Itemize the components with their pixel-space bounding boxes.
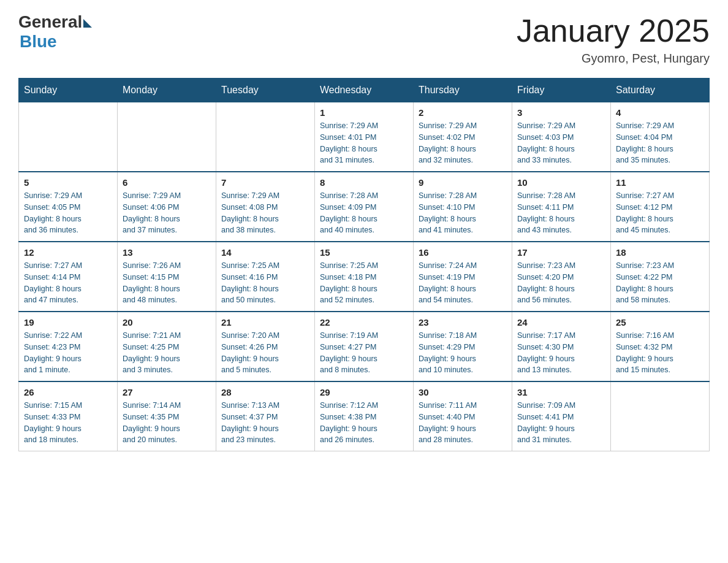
day-number: 29 bbox=[320, 387, 408, 397]
logo: General Blue bbox=[18, 12, 92, 52]
sun-info: Sunrise: 7:14 AMSunset: 4:35 PMDaylight:… bbox=[123, 400, 211, 446]
calendar-cell: 11Sunrise: 7:27 AMSunset: 4:12 PMDayligh… bbox=[611, 172, 710, 242]
day-number: 20 bbox=[123, 317, 211, 327]
day-number: 4 bbox=[616, 107, 704, 118]
sun-info: Sunrise: 7:13 AMSunset: 4:37 PMDaylight:… bbox=[221, 400, 309, 446]
calendar-cell: 1Sunrise: 7:29 AMSunset: 4:01 PMDaylight… bbox=[315, 102, 414, 172]
day-number: 2 bbox=[419, 107, 507, 118]
calendar-cell: 14Sunrise: 7:25 AMSunset: 4:16 PMDayligh… bbox=[216, 242, 315, 312]
day-number: 9 bbox=[419, 177, 507, 188]
week-row-3: 12Sunrise: 7:27 AMSunset: 4:14 PMDayligh… bbox=[19, 242, 710, 312]
calendar-cell: 4Sunrise: 7:29 AMSunset: 4:04 PMDaylight… bbox=[611, 102, 710, 172]
calendar-cell: 18Sunrise: 7:23 AMSunset: 4:22 PMDayligh… bbox=[611, 242, 710, 312]
sun-info: Sunrise: 7:24 AMSunset: 4:19 PMDaylight:… bbox=[419, 260, 507, 306]
day-number: 13 bbox=[123, 247, 211, 258]
logo-arrow-icon bbox=[83, 19, 92, 28]
calendar-cell: 23Sunrise: 7:18 AMSunset: 4:29 PMDayligh… bbox=[414, 312, 512, 381]
calendar-cell: 3Sunrise: 7:29 AMSunset: 4:03 PMDaylight… bbox=[512, 102, 611, 172]
day-number: 12 bbox=[24, 247, 112, 258]
calendar-cell bbox=[611, 381, 710, 451]
sun-info: Sunrise: 7:19 AMSunset: 4:27 PMDaylight:… bbox=[320, 330, 408, 376]
day-number: 5 bbox=[24, 177, 112, 188]
sun-info: Sunrise: 7:25 AMSunset: 4:16 PMDaylight:… bbox=[221, 260, 309, 306]
day-number: 18 bbox=[616, 247, 704, 258]
day-number: 23 bbox=[419, 317, 507, 327]
sun-info: Sunrise: 7:21 AMSunset: 4:25 PMDaylight:… bbox=[123, 330, 211, 376]
sun-info: Sunrise: 7:23 AMSunset: 4:22 PMDaylight:… bbox=[616, 260, 704, 306]
sun-info: Sunrise: 7:12 AMSunset: 4:38 PMDaylight:… bbox=[320, 400, 408, 446]
sun-info: Sunrise: 7:26 AMSunset: 4:15 PMDaylight:… bbox=[123, 260, 211, 306]
calendar-cell: 7Sunrise: 7:29 AMSunset: 4:08 PMDaylight… bbox=[216, 172, 315, 242]
calendar-cell: 5Sunrise: 7:29 AMSunset: 4:05 PMDaylight… bbox=[19, 172, 118, 242]
title-area: January 2025 Gyomro, Pest, Hungary bbox=[517, 12, 710, 66]
week-row-2: 5Sunrise: 7:29 AMSunset: 4:05 PMDaylight… bbox=[19, 172, 710, 242]
calendar-cell: 21Sunrise: 7:20 AMSunset: 4:26 PMDayligh… bbox=[216, 312, 315, 381]
sun-info: Sunrise: 7:29 AMSunset: 4:05 PMDaylight:… bbox=[24, 190, 112, 236]
header-tuesday: Tuesday bbox=[216, 79, 315, 102]
calendar-cell bbox=[19, 102, 118, 172]
calendar-header-row: SundayMondayTuesdayWednesdayThursdayFrid… bbox=[19, 79, 710, 102]
calendar-cell: 19Sunrise: 7:22 AMSunset: 4:23 PMDayligh… bbox=[19, 312, 118, 381]
day-number: 16 bbox=[419, 247, 507, 258]
sun-info: Sunrise: 7:16 AMSunset: 4:32 PMDaylight:… bbox=[616, 330, 704, 376]
week-row-5: 26Sunrise: 7:15 AMSunset: 4:33 PMDayligh… bbox=[19, 381, 710, 451]
sun-info: Sunrise: 7:11 AMSunset: 4:40 PMDaylight:… bbox=[419, 400, 507, 446]
week-row-1: 1Sunrise: 7:29 AMSunset: 4:01 PMDaylight… bbox=[19, 102, 710, 172]
calendar-cell: 28Sunrise: 7:13 AMSunset: 4:37 PMDayligh… bbox=[216, 381, 315, 451]
calendar-title: January 2025 bbox=[517, 12, 710, 49]
calendar-cell: 15Sunrise: 7:25 AMSunset: 4:18 PMDayligh… bbox=[315, 242, 414, 312]
calendar-cell: 29Sunrise: 7:12 AMSunset: 4:38 PMDayligh… bbox=[315, 381, 414, 451]
logo-general-text: General bbox=[18, 12, 82, 32]
sun-info: Sunrise: 7:09 AMSunset: 4:41 PMDaylight:… bbox=[517, 400, 605, 446]
day-number: 25 bbox=[616, 317, 704, 327]
sun-info: Sunrise: 7:25 AMSunset: 4:18 PMDaylight:… bbox=[320, 260, 408, 306]
day-number: 7 bbox=[221, 177, 309, 188]
sun-info: Sunrise: 7:15 AMSunset: 4:33 PMDaylight:… bbox=[24, 400, 112, 446]
header-friday: Friday bbox=[512, 79, 611, 102]
calendar-cell: 17Sunrise: 7:23 AMSunset: 4:20 PMDayligh… bbox=[512, 242, 611, 312]
logo-blue-text: Blue bbox=[20, 32, 57, 52]
calendar-cell: 27Sunrise: 7:14 AMSunset: 4:35 PMDayligh… bbox=[118, 381, 216, 451]
sun-info: Sunrise: 7:17 AMSunset: 4:30 PMDaylight:… bbox=[517, 330, 605, 376]
sun-info: Sunrise: 7:29 AMSunset: 4:06 PMDaylight:… bbox=[123, 190, 211, 236]
day-number: 11 bbox=[616, 177, 704, 188]
day-number: 14 bbox=[221, 247, 309, 258]
location-text: Gyomro, Pest, Hungary bbox=[517, 52, 710, 66]
header-sunday: Sunday bbox=[19, 79, 118, 102]
calendar-cell: 26Sunrise: 7:15 AMSunset: 4:33 PMDayligh… bbox=[19, 381, 118, 451]
sun-info: Sunrise: 7:20 AMSunset: 4:26 PMDaylight:… bbox=[221, 330, 309, 376]
calendar-cell: 22Sunrise: 7:19 AMSunset: 4:27 PMDayligh… bbox=[315, 312, 414, 381]
day-number: 30 bbox=[419, 387, 507, 397]
calendar-cell bbox=[216, 102, 315, 172]
calendar-cell: 6Sunrise: 7:29 AMSunset: 4:06 PMDaylight… bbox=[118, 172, 216, 242]
calendar-cell: 16Sunrise: 7:24 AMSunset: 4:19 PMDayligh… bbox=[414, 242, 512, 312]
day-number: 26 bbox=[24, 387, 112, 397]
sun-info: Sunrise: 7:29 AMSunset: 4:08 PMDaylight:… bbox=[221, 190, 309, 236]
day-number: 31 bbox=[517, 387, 605, 397]
day-number: 24 bbox=[517, 317, 605, 327]
sun-info: Sunrise: 7:27 AMSunset: 4:12 PMDaylight:… bbox=[616, 190, 704, 236]
calendar-cell: 25Sunrise: 7:16 AMSunset: 4:32 PMDayligh… bbox=[611, 312, 710, 381]
sun-info: Sunrise: 7:23 AMSunset: 4:20 PMDaylight:… bbox=[517, 260, 605, 306]
sun-info: Sunrise: 7:29 AMSunset: 4:01 PMDaylight:… bbox=[320, 120, 408, 166]
sun-info: Sunrise: 7:22 AMSunset: 4:23 PMDaylight:… bbox=[24, 330, 112, 376]
day-number: 10 bbox=[517, 177, 605, 188]
day-number: 27 bbox=[123, 387, 211, 397]
day-number: 3 bbox=[517, 107, 605, 118]
calendar-cell: 2Sunrise: 7:29 AMSunset: 4:02 PMDaylight… bbox=[414, 102, 512, 172]
page-header: General Blue January 2025 Gyomro, Pest, … bbox=[18, 12, 710, 66]
header-wednesday: Wednesday bbox=[315, 79, 414, 102]
day-number: 6 bbox=[123, 177, 211, 188]
sun-info: Sunrise: 7:18 AMSunset: 4:29 PMDaylight:… bbox=[419, 330, 507, 376]
calendar-cell: 9Sunrise: 7:28 AMSunset: 4:10 PMDaylight… bbox=[414, 172, 512, 242]
header-thursday: Thursday bbox=[414, 79, 512, 102]
calendar-cell bbox=[118, 102, 216, 172]
header-monday: Monday bbox=[118, 79, 216, 102]
calendar-cell: 12Sunrise: 7:27 AMSunset: 4:14 PMDayligh… bbox=[19, 242, 118, 312]
sun-info: Sunrise: 7:28 AMSunset: 4:09 PMDaylight:… bbox=[320, 190, 408, 236]
week-row-4: 19Sunrise: 7:22 AMSunset: 4:23 PMDayligh… bbox=[19, 312, 710, 381]
day-number: 28 bbox=[221, 387, 309, 397]
sun-info: Sunrise: 7:28 AMSunset: 4:10 PMDaylight:… bbox=[419, 190, 507, 236]
day-number: 15 bbox=[320, 247, 408, 258]
calendar-cell: 24Sunrise: 7:17 AMSunset: 4:30 PMDayligh… bbox=[512, 312, 611, 381]
